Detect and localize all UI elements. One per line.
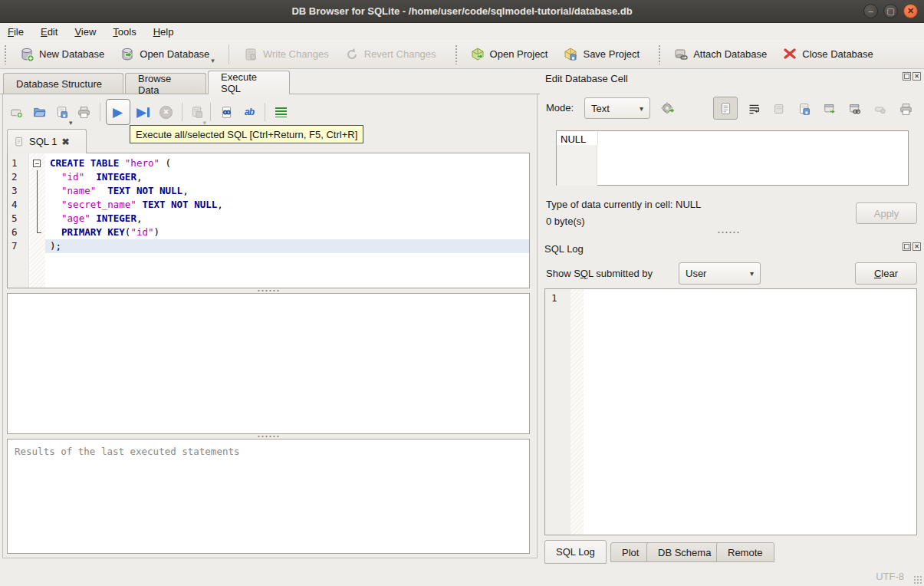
set-null-icon	[874, 103, 887, 116]
app-window: DB Browser for SQLite - /home/user/code/…	[0, 0, 924, 586]
clear-log-button[interactable]: Clear	[855, 262, 917, 285]
word-wrap-button[interactable]	[742, 97, 765, 120]
close-database-button[interactable]: Close Database	[774, 43, 881, 66]
log-fold-margin	[571, 289, 584, 535]
apply-changes-icon	[660, 101, 676, 117]
maximize-button[interactable]: ▢	[883, 4, 898, 18]
text-mode-toggle[interactable]	[713, 97, 738, 120]
cell-type-text: Type of data currently in cell: NULL	[546, 199, 701, 210]
print-cell-button[interactable]	[894, 97, 917, 120]
tab-browse-data[interactable]: Browse Data	[125, 73, 206, 94]
save-as-button[interactable]	[793, 97, 816, 120]
sql-document-tab[interactable]: SQL 1 ✖	[7, 129, 87, 153]
open-sql-file-button[interactable]	[28, 100, 51, 123]
menu-bar: File Edit View Tools Help	[0, 23, 924, 40]
code-line: 6 PRIMARY KEY("id")	[8, 226, 529, 239]
save-as-icon	[798, 103, 811, 116]
tab-remote[interactable]: Remote	[716, 542, 774, 562]
save-project-button[interactable]: Save Project	[555, 43, 647, 66]
menu-tools[interactable]: Tools	[113, 26, 136, 38]
mode-label: Mode:	[546, 102, 574, 114]
minimize-button[interactable]: –	[863, 4, 878, 18]
tab-sql-log[interactable]: SQL Log	[544, 540, 607, 564]
autocomplete-icon: ab	[245, 107, 254, 117]
menu-view[interactable]: View	[74, 26, 96, 38]
tab-database-structure[interactable]: Database Structure	[3, 73, 123, 94]
dock-float-icon[interactable]	[903, 242, 911, 251]
open-project-label: Open Project	[490, 48, 548, 60]
toolbar-drag-handle[interactable]	[455, 44, 459, 64]
link-cell-button[interactable]	[843, 97, 866, 120]
execute-all-button[interactable]: ▶	[106, 99, 130, 125]
toolbar-separator	[100, 103, 100, 121]
log-line-number: 1	[551, 292, 557, 304]
menu-file[interactable]: File	[8, 26, 24, 38]
splitter-handle[interactable]	[7, 434, 530, 438]
execute-current-line-button[interactable]: ▶	[132, 100, 155, 123]
mode-select[interactable]: Text ▾	[584, 97, 650, 119]
dock-close-icon[interactable]: ✕	[912, 72, 921, 81]
menu-help[interactable]: Help	[153, 26, 174, 38]
sql-code-editor[interactable]: 1 CREATE TABLE "hero" ( 2 "id" INTEGER, …	[7, 153, 530, 288]
results-grid-pane[interactable]	[7, 293, 530, 434]
close-database-icon	[782, 47, 797, 62]
new-database-button[interactable]: New Database	[12, 43, 112, 66]
new-tab-button[interactable]	[5, 100, 28, 123]
format-sql-button[interactable]	[269, 100, 292, 123]
export-cell-button[interactable]	[818, 97, 841, 120]
log-filter-label: Show SQL submitted by	[546, 268, 653, 279]
execute-all-icon: ▶	[113, 106, 123, 119]
close-button[interactable]: ✕	[903, 4, 918, 18]
encoding-status: UTF-8	[876, 571, 904, 582]
open-database-dropdown-icon[interactable]: ▾	[211, 57, 215, 64]
tab-db-schema[interactable]: DB Schema	[646, 542, 722, 562]
print-sql-button[interactable]	[73, 100, 96, 123]
edit-cell-header: Edit Database Cell	[545, 71, 628, 86]
minimize-icon: –	[868, 7, 873, 15]
save-results-icon	[191, 106, 204, 119]
sql-log-view[interactable]: 1	[544, 288, 917, 535]
attach-database-icon	[673, 47, 689, 62]
find-button[interactable]	[215, 100, 238, 123]
revert-changes-button: Revert Changes	[337, 43, 444, 66]
print-icon	[77, 106, 90, 119]
code-line: 3 "name" TEXT NOT NULL,	[8, 184, 529, 198]
attach-database-button[interactable]: Attach Database	[666, 43, 774, 66]
menu-edit[interactable]: Edit	[41, 26, 58, 38]
cell-size-text: 0 byte(s)	[546, 216, 585, 227]
dock-close-icon[interactable]: ✕	[912, 242, 921, 251]
execute-current-line-icon: ▶	[136, 106, 146, 119]
apply-cell-changes-button[interactable]	[656, 97, 679, 120]
log-filter-select[interactable]: User ▾	[679, 262, 761, 285]
cell-editor-gutter	[557, 145, 597, 186]
splitter-handle[interactable]	[7, 288, 530, 292]
dock-float-icon[interactable]	[903, 72, 911, 81]
open-project-icon	[470, 47, 485, 62]
tab-plot[interactable]: Plot	[610, 542, 650, 562]
sql-log-title: SQL Log	[544, 243, 584, 255]
stop-icon: ✕	[159, 106, 173, 119]
toolbar-drag-handle[interactable]	[4, 44, 8, 64]
open-project-button[interactable]: Open Project	[462, 43, 556, 66]
window-title: DB Browser for SQLite - /home/user/code/…	[291, 5, 632, 17]
chevron-down-icon: ▾	[640, 104, 643, 113]
format-sql-icon	[275, 107, 287, 117]
new-database-icon	[19, 47, 35, 62]
sql-log-dock-controls: ✕	[903, 242, 921, 251]
title-bar[interactable]: DB Browser for SQLite - /home/user/code/…	[0, 0, 924, 23]
close-tab-icon[interactable]: ✖	[61, 137, 69, 147]
open-database-button[interactable]: Open Database ▾	[112, 43, 222, 66]
mode-value: Text	[591, 103, 610, 114]
apply-button: Apply	[856, 202, 917, 224]
resize-grip[interactable]	[913, 575, 922, 584]
toolbar-drag-handle[interactable]	[658, 44, 662, 64]
write-changes-button: Write Changes	[235, 43, 337, 66]
autocomplete-button[interactable]: ab	[238, 100, 261, 123]
cell-value-editor[interactable]: NULL	[556, 130, 909, 186]
new-database-label: New Database	[39, 48, 104, 60]
fold-collapse-icon[interactable]	[29, 156, 45, 170]
results-message-pane[interactable]: Results of the last executed statements	[7, 439, 530, 554]
import-cell-button	[768, 97, 791, 120]
dock-splitter-handle[interactable]	[713, 230, 744, 234]
tab-execute-sql[interactable]: Execute SQL	[208, 71, 290, 94]
